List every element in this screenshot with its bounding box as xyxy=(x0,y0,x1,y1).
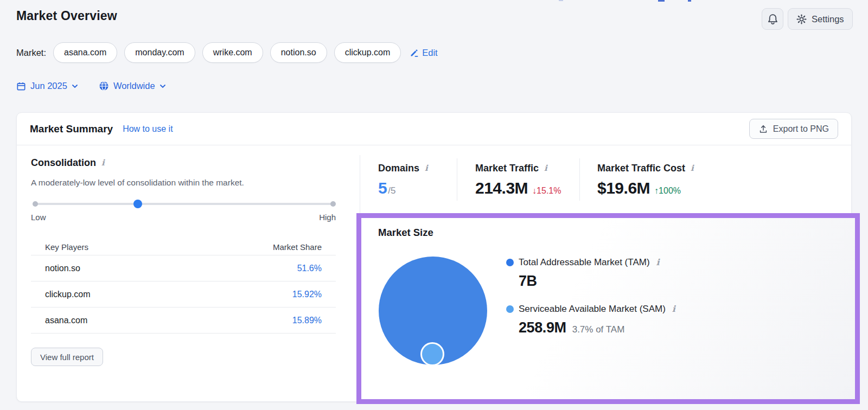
card-header: Market Summary How to use it Export to P… xyxy=(17,113,851,145)
edit-market-link[interactable]: Edit xyxy=(410,48,437,58)
chevron-down-icon xyxy=(159,84,166,88)
location-filter[interactable]: Worldwide xyxy=(99,81,166,91)
market-traffic-cost-label: Market Traffic Cost xyxy=(597,163,685,174)
consolidation-description: A moderately-low level of consolidation … xyxy=(31,178,336,188)
divider xyxy=(31,333,336,334)
consolidation-title: Consolidation xyxy=(31,157,96,169)
market-pill-monday: monday.com xyxy=(124,42,195,63)
calendar-icon xyxy=(16,81,26,91)
legend-item-tam: Total Addressable Market (TAM) i 7B xyxy=(506,257,675,290)
notifications-button[interactable] xyxy=(762,8,783,30)
upload-icon xyxy=(758,124,768,134)
market-size-title: Market Size xyxy=(378,227,433,239)
gauge-track xyxy=(35,203,334,205)
market-size-legend: Total Addressable Market (TAM) i 7B Serv… xyxy=(506,257,675,336)
market-bar: Market: asana.com monday.com wrike.com n… xyxy=(16,42,438,63)
filters-row: Jun 2025 Worldwide xyxy=(16,81,166,91)
table-row: asana.com 15.89% xyxy=(31,308,336,333)
metric-market-traffic-cost: Market Traffic Cost i $19.6M ↑100% xyxy=(580,155,851,214)
sam-legend-dot xyxy=(506,305,514,313)
domains-label: Domains xyxy=(378,163,419,174)
export-png-button[interactable]: Export to PNG xyxy=(749,119,838,139)
date-filter[interactable]: Jun 2025 xyxy=(16,81,78,91)
market-pill-clickup: clickup.com xyxy=(334,42,401,63)
market-overview-page: Market Overview Settings Market: asana.c… xyxy=(0,0,868,410)
tam-label: Total Addressable Market (TAM) xyxy=(519,257,650,268)
market-traffic-cost-value: $19.6M xyxy=(597,179,650,197)
col-header-key-players: Key Players xyxy=(45,242,88,252)
info-icon[interactable]: i xyxy=(101,159,105,167)
legend-item-sam: Serviceable Available Market (SAM) i 258… xyxy=(506,304,675,336)
info-icon[interactable]: i xyxy=(672,305,675,313)
info-icon[interactable]: i xyxy=(544,164,547,172)
sam-bubble xyxy=(420,342,444,366)
col-header-market-share: Market Share xyxy=(273,242,322,252)
settings-label: Settings xyxy=(812,14,844,24)
market-size-highlight: Market Size Total Addressable Market (TA… xyxy=(356,213,860,404)
bell-icon xyxy=(768,14,778,25)
player-share-link[interactable]: 51.6% xyxy=(297,264,322,273)
market-traffic-cost-change: ↑100% xyxy=(654,186,681,196)
market-label: Market: xyxy=(16,48,46,58)
date-filter-label: Jun 2025 xyxy=(30,81,67,91)
sam-share-of-tam: 3.7% of TAM xyxy=(572,324,625,335)
gauge-low-dot xyxy=(33,201,38,207)
market-traffic-label: Market Traffic xyxy=(475,163,539,174)
player-share-link[interactable]: 15.92% xyxy=(292,290,322,299)
gear-icon xyxy=(796,14,807,24)
player-domain: notion.so xyxy=(45,264,80,273)
gauge-high-dot xyxy=(330,201,336,207)
domains-total: /5 xyxy=(388,185,395,196)
tam-value: 7B xyxy=(519,273,537,290)
sam-label: Serviceable Available Market (SAM) xyxy=(519,304,666,315)
table-row: clickup.com 15.92% xyxy=(31,281,336,307)
info-icon[interactable]: i xyxy=(656,258,660,267)
consolidation-section: Consolidation i A moderately-low level o… xyxy=(31,157,336,366)
page-title: Market Overview xyxy=(16,9,117,23)
info-icon[interactable]: i xyxy=(691,164,694,172)
gauge-high-label: High xyxy=(319,213,336,222)
globe-icon xyxy=(99,81,109,91)
market-pill-notion: notion.so xyxy=(270,42,327,63)
player-share-link[interactable]: 15.89% xyxy=(292,316,322,325)
market-pill-asana: asana.com xyxy=(53,42,117,63)
settings-button[interactable]: Settings xyxy=(788,8,853,30)
how-to-use-link[interactable]: How to use it xyxy=(123,124,173,134)
player-domain: clickup.com xyxy=(45,290,91,299)
edit-label: Edit xyxy=(422,48,437,58)
domains-value: 5 xyxy=(378,179,387,197)
top-edge-artifact xyxy=(688,0,691,2)
info-icon[interactable]: i xyxy=(425,164,428,172)
view-full-report-button[interactable]: View full report xyxy=(31,348,103,366)
consolidation-slider-handle xyxy=(133,200,142,208)
tam-legend-dot xyxy=(506,259,514,266)
top-edge-artifact xyxy=(559,0,563,1)
market-traffic-change: ↓15.1% xyxy=(532,186,561,196)
metric-market-traffic: Market Traffic i 214.3M ↓15.1% xyxy=(457,155,579,214)
location-filter-label: Worldwide xyxy=(113,81,155,91)
consolidation-gauge xyxy=(31,199,336,209)
table-row: notion.so 51.6% xyxy=(31,255,336,281)
top-edge-artifact xyxy=(658,0,665,2)
metric-domains: Domains i 5 /5 xyxy=(360,155,457,214)
sam-value: 258.9M xyxy=(519,319,566,336)
market-traffic-value: 214.3M xyxy=(475,179,528,197)
export-label: Export to PNG xyxy=(773,124,829,134)
gauge-low-label: Low xyxy=(31,213,46,222)
metrics-row: Domains i 5 /5 Market Traffic i 214.3M ↓… xyxy=(360,155,851,214)
player-domain: asana.com xyxy=(45,316,87,325)
key-players-table: Key Players Market Share notion.so 51.6%… xyxy=(31,239,336,334)
pencil-icon xyxy=(410,48,419,57)
market-pill-wrike: wrike.com xyxy=(202,42,263,63)
card-title: Market Summary xyxy=(30,123,113,135)
chevron-down-icon xyxy=(72,84,78,88)
